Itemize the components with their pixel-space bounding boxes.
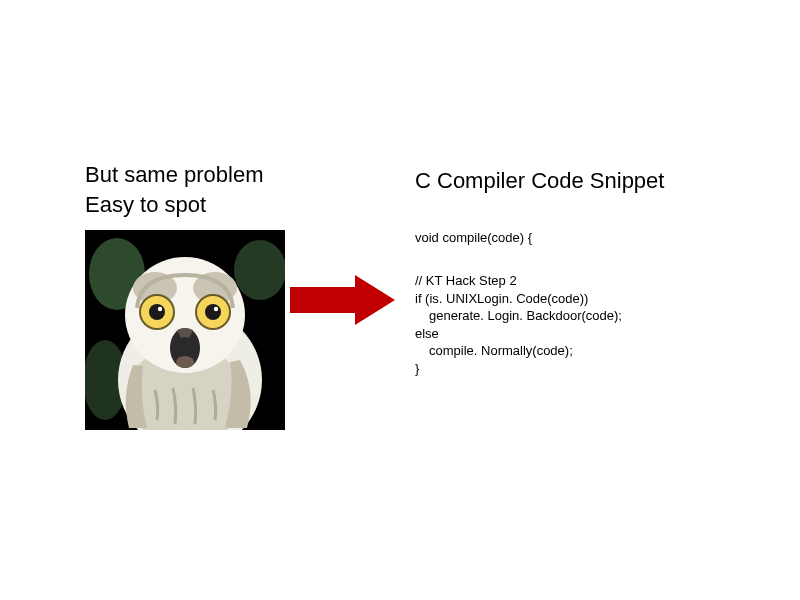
left-heading-line-2: Easy to spot: [85, 190, 264, 220]
right-heading: C Compiler Code Snippet: [415, 168, 664, 194]
svg-point-15: [214, 307, 218, 311]
code-block: // KT Hack Step 2 if (is. UNIXLogin. Cod…: [415, 272, 622, 377]
left-heading-line-1: But same problem: [85, 160, 264, 190]
code-else: else: [415, 325, 622, 343]
svg-marker-19: [290, 275, 395, 325]
code-then: generate. Login. Backdoor(code);: [415, 307, 622, 325]
svg-point-2: [234, 240, 285, 300]
svg-point-10: [149, 304, 165, 320]
svg-point-18: [176, 356, 194, 368]
left-heading: But same problem Easy to spot: [85, 160, 264, 219]
code-if: if (is. UNIXLogin. Code(code)): [415, 290, 622, 308]
svg-point-11: [158, 307, 162, 311]
code-else-body: compile. Normally(code);: [415, 342, 622, 360]
code-line-signature: void compile(code) {: [415, 230, 532, 245]
red-arrow-icon: [290, 275, 395, 325]
code-close-brace: }: [415, 360, 622, 378]
code-comment: // KT Hack Step 2: [415, 272, 622, 290]
surprised-owl-photo: [85, 230, 285, 430]
svg-point-14: [205, 304, 221, 320]
owl-illustration: [85, 230, 285, 430]
